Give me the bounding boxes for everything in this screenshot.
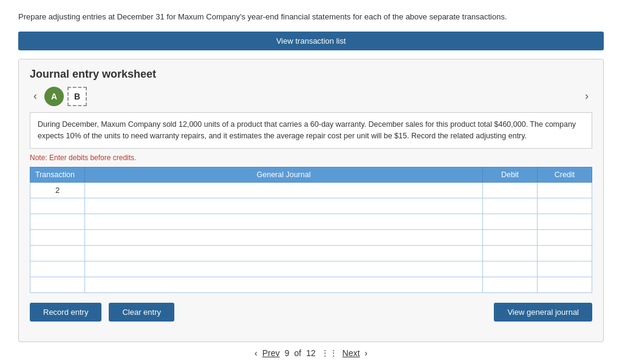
of-label: of — [294, 348, 301, 358]
note-text: Note: Enter debits before credits. — [30, 153, 592, 162]
credit-cell[interactable] — [538, 183, 592, 198]
transaction-cell: 2 — [30, 183, 85, 198]
worksheet-title: Journal entry worksheet — [30, 68, 592, 81]
credit-cell[interactable] — [538, 198, 592, 214]
transaction-description: During December, Maxum Company sold 12,0… — [30, 112, 592, 149]
credit-cell[interactable] — [538, 246, 592, 261]
debit-cell[interactable] — [483, 261, 538, 277]
general-journal-cell[interactable] — [85, 246, 483, 261]
debit-cell[interactable] — [483, 214, 538, 230]
tab-row: ‹ A B › — [30, 87, 592, 106]
total-pages: 12 — [306, 348, 316, 358]
general-journal-input[interactable] — [85, 214, 482, 229]
transaction-cell — [30, 246, 85, 261]
table-row — [30, 198, 592, 214]
credit-input[interactable] — [538, 183, 592, 198]
debit-input[interactable] — [483, 246, 537, 261]
debit-cell[interactable] — [483, 198, 538, 214]
table-row — [30, 277, 592, 293]
transaction-cell — [30, 261, 85, 277]
debit-cell[interactable] — [483, 183, 538, 198]
credit-input[interactable] — [538, 277, 592, 292]
col-header-debit: Debit — [483, 167, 538, 183]
general-journal-input[interactable] — [85, 183, 482, 198]
general-journal-cell[interactable] — [85, 183, 483, 198]
transaction-cell — [30, 198, 85, 214]
debit-cell[interactable] — [483, 277, 538, 293]
general-journal-cell[interactable] — [85, 261, 483, 277]
credit-input[interactable] — [538, 198, 592, 214]
credit-input[interactable] — [538, 230, 592, 245]
credit-cell[interactable] — [538, 230, 592, 246]
grid-icon[interactable]: ⋮⋮ — [321, 348, 338, 358]
transaction-cell — [30, 230, 85, 246]
debit-input[interactable] — [483, 277, 537, 292]
col-header-general-journal: General Journal — [85, 167, 483, 183]
current-page: 9 — [284, 348, 289, 358]
transaction-cell — [30, 214, 85, 230]
credit-cell[interactable] — [538, 277, 592, 293]
table-row — [30, 261, 592, 277]
credit-input[interactable] — [538, 261, 592, 277]
debit-input[interactable] — [483, 183, 537, 198]
next-chevron[interactable]: › — [364, 348, 367, 358]
general-journal-cell[interactable] — [85, 214, 483, 230]
table-row: 2 — [30, 183, 592, 198]
general-journal-input[interactable] — [85, 261, 482, 277]
col-header-transaction: Transaction — [30, 167, 85, 183]
general-journal-input[interactable] — [85, 230, 482, 245]
credit-cell[interactable] — [538, 261, 592, 277]
credit-input[interactable] — [538, 246, 592, 261]
worksheet-panel: Journal entry worksheet ‹ A B › During D… — [18, 59, 604, 343]
tab-b[interactable]: B — [67, 87, 87, 106]
debit-cell[interactable] — [483, 230, 538, 246]
prev-page-link[interactable]: Prev — [262, 348, 280, 358]
view-transaction-button[interactable]: View transaction list — [18, 32, 604, 50]
credit-input[interactable] — [538, 214, 592, 229]
clear-entry-button[interactable]: Clear entry — [109, 303, 174, 322]
table-row — [30, 246, 592, 261]
table-row — [30, 214, 592, 230]
transaction-cell — [30, 277, 85, 293]
debit-input[interactable] — [483, 261, 537, 277]
journal-table: Transaction General Journal Debit Credit… — [30, 167, 592, 293]
general-journal-cell[interactable] — [85, 230, 483, 246]
table-row — [30, 230, 592, 246]
debit-input[interactable] — [483, 214, 537, 229]
general-journal-cell[interactable] — [85, 198, 483, 214]
debit-input[interactable] — [483, 230, 537, 245]
general-journal-input[interactable] — [85, 246, 482, 261]
view-general-journal-button[interactable]: View general journal — [494, 303, 592, 322]
instructions-text: Prepare adjusting entries at December 31… — [18, 11, 604, 23]
tab-a[interactable]: A — [44, 87, 64, 106]
next-tab-arrow[interactable]: › — [581, 89, 592, 104]
credit-cell[interactable] — [538, 214, 592, 230]
debit-cell[interactable] — [483, 246, 538, 261]
record-entry-button[interactable]: Record entry — [30, 303, 101, 322]
prev-chevron[interactable]: ‹ — [255, 348, 258, 358]
general-journal-cell[interactable] — [85, 277, 483, 293]
col-header-credit: Credit — [538, 167, 592, 183]
pagination: ‹ Prev 9 of 12 ⋮⋮ Next › — [18, 342, 604, 358]
next-page-link[interactable]: Next — [343, 348, 360, 358]
bottom-buttons: Record entry Clear entry View general jo… — [30, 303, 592, 322]
general-journal-input[interactable] — [85, 198, 482, 214]
general-journal-input[interactable] — [85, 277, 482, 292]
debit-input[interactable] — [483, 198, 537, 214]
prev-tab-arrow[interactable]: ‹ — [30, 89, 41, 104]
page-container: Prepare adjusting entries at December 31… — [0, 0, 622, 364]
